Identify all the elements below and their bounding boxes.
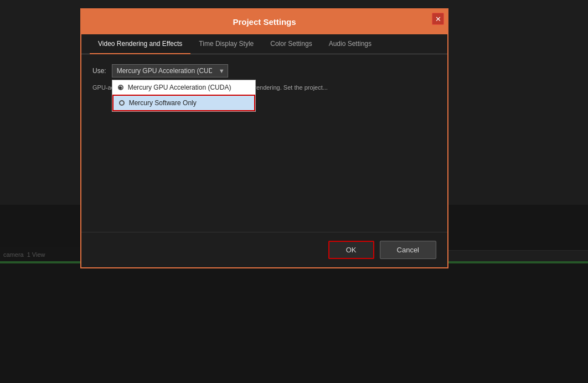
dialog-footer: OK Cancel	[81, 232, 447, 267]
use-row: Use: Mercury GPU Acceleration (CUDA) Mer…	[92, 64, 436, 77]
tab-color-settings[interactable]: Color Settings	[262, 34, 320, 54]
tab-audio-settings[interactable]: Audio Settings	[321, 34, 380, 54]
dropdown-item-software-label: Mercury Software Only	[129, 99, 197, 107]
tab-time-display[interactable]: Time Display Style	[190, 34, 262, 54]
dropdown-item-cuda-label: Mercury GPU Acceleration (CUDA)	[128, 84, 231, 91]
dropdown-item-software[interactable]: Mercury Software Only	[112, 95, 255, 111]
tab-content-video-rendering: Use: Mercury GPU Acceleration (CUDA) Mer…	[81, 54, 447, 232]
dialog-body: Video Rendering and Effects Time Display…	[81, 34, 447, 267]
dialog-title: Project Settings	[233, 17, 296, 27]
renderer-select[interactable]: Mercury GPU Acceleration (CUDA) Mercury …	[112, 64, 228, 77]
ok-button[interactable]: OK	[328, 241, 374, 259]
renderer-dropdown-container: Mercury GPU Acceleration (CUDA) Mercury …	[112, 64, 228, 77]
radio-cuda	[118, 85, 123, 90]
dropdown-item-cuda[interactable]: Mercury GPU Acceleration (CUDA)	[112, 80, 255, 95]
use-label: Use:	[92, 67, 106, 75]
dropdown-popup: Mercury GPU Acceleration (CUDA) Mercury …	[112, 80, 256, 112]
cancel-button[interactable]: Cancel	[380, 241, 436, 259]
tab-video-rendering[interactable]: Video Rendering and Effects	[90, 34, 190, 54]
dialog-titlebar: Project Settings ✕	[81, 9, 447, 34]
tabs-bar: Video Rendering and Effects Time Display…	[81, 34, 447, 54]
close-button[interactable]: ✕	[432, 13, 444, 25]
radio-software	[119, 100, 125, 106]
project-settings-dialog: Project Settings ✕ Video Rendering and E…	[80, 8, 448, 268]
